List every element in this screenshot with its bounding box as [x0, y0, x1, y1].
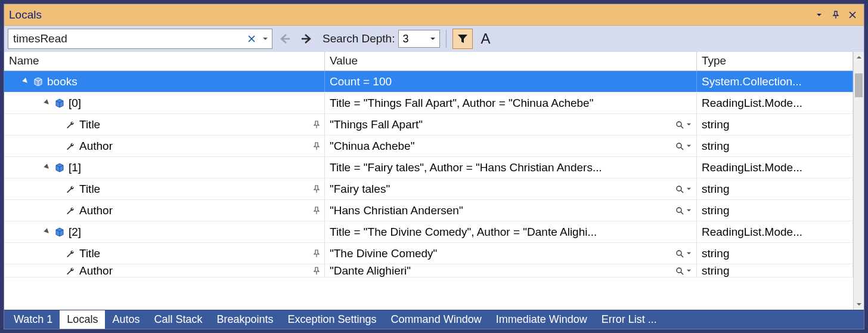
object-icon [54, 162, 65, 173]
letter-a-button[interactable]: A [476, 30, 494, 48]
visualizer-icon[interactable] [675, 267, 692, 275]
col-type[interactable]: Type [697, 52, 853, 70]
pin-icon[interactable] [312, 249, 324, 258]
svg-point-15 [677, 208, 681, 212]
tab-call-stack[interactable]: Call Stack [147, 310, 209, 329]
tab-watch-1[interactable]: Watch 1 [7, 310, 60, 329]
svg-point-21 [677, 268, 681, 273]
visualizer-icon[interactable] [675, 249, 692, 258]
svg-point-12 [677, 186, 681, 191]
svg-line-7 [681, 126, 683, 128]
grid-row[interactable]: Title"Fairy tales"string [4, 178, 853, 200]
property-icon [65, 266, 76, 276]
pin-icon[interactable] [312, 121, 324, 129]
clear-search-icon[interactable] [248, 35, 255, 42]
tab-exception-settings[interactable]: Exception Settings [281, 310, 384, 329]
expand-toggle-icon[interactable] [44, 164, 52, 172]
pin-icon[interactable] [312, 206, 324, 215]
vertical-scrollbar[interactable] [853, 52, 864, 310]
visualizer-icon[interactable] [675, 142, 692, 150]
visualizer-icon[interactable] [675, 185, 692, 193]
window-menu-icon[interactable] [813, 8, 826, 21]
row-name: Title [79, 183, 100, 196]
svg-point-18 [677, 251, 681, 255]
object-icon [54, 227, 65, 238]
grid-row[interactable]: Author"Dante Alighieri"string [4, 264, 853, 278]
property-icon [65, 141, 76, 152]
tab-locals[interactable]: Locals [60, 310, 105, 329]
visualizer-icon[interactable] [675, 121, 692, 129]
panel-title: Locals [9, 8, 42, 21]
svg-point-9 [677, 143, 681, 148]
tab-autos[interactable]: Autos [105, 310, 147, 329]
scroll-down-icon[interactable] [854, 299, 864, 310]
expand-toggle-icon[interactable] [44, 228, 52, 236]
panel-titlebar: Locals [4, 4, 864, 26]
grid-row[interactable]: Author"Hans Christian Andersen"string [4, 200, 853, 221]
expand-toggle-icon[interactable] [44, 99, 52, 107]
row-type: string [702, 204, 729, 217]
object-icon [54, 98, 65, 109]
grid-row[interactable]: [2]Title = "The Divine Comedy", Author =… [4, 221, 853, 243]
close-icon[interactable] [846, 8, 859, 21]
row-name: Title [79, 247, 100, 260]
row-type: ReadingList.Mode... [702, 226, 802, 239]
tab-command-window[interactable]: Command Window [384, 310, 489, 329]
col-name[interactable]: Name [4, 52, 325, 70]
visualizer-icon[interactable] [675, 206, 692, 215]
search-dropdown-icon[interactable] [262, 36, 268, 42]
col-value[interactable]: Value [325, 52, 697, 70]
row-name: [1] [69, 161, 81, 174]
row-type: string [702, 247, 729, 260]
filter-button[interactable] [452, 29, 473, 49]
search-depth-value: 3 [402, 33, 430, 45]
tab-immediate-window[interactable]: Immediate Window [489, 310, 594, 329]
scroll-thumb[interactable] [855, 73, 863, 97]
row-name: books [47, 75, 78, 88]
svg-line-19 [681, 255, 683, 257]
pin-icon[interactable] [312, 142, 324, 150]
scroll-up-icon[interactable] [854, 52, 864, 63]
grid-row[interactable]: [1]Title = "Fairy tales", Author = "Hans… [4, 157, 853, 178]
row-value: "Fairy tales" [330, 183, 675, 196]
row-value: "Things Fall Apart" [330, 118, 675, 131]
row-type: ReadingList.Mode... [702, 161, 802, 174]
row-name: Author [79, 140, 113, 153]
svg-line-10 [681, 147, 683, 150]
pin-icon[interactable] [312, 185, 324, 193]
grid-row[interactable]: Title"Things Fall Apart"string [4, 114, 853, 135]
search-depth-select[interactable]: 3 [398, 30, 440, 48]
property-icon [65, 119, 76, 130]
pin-icon[interactable] [312, 267, 324, 275]
bottom-tabs: Watch 1LocalsAutosCall StackBreakpointsE… [4, 310, 864, 329]
pin-window-icon[interactable] [829, 8, 842, 21]
search-box[interactable] [8, 29, 272, 49]
row-name: [0] [69, 97, 81, 110]
grid-row[interactable]: Title"The Divine Comedy"string [4, 243, 853, 264]
property-icon [65, 205, 76, 216]
svg-point-6 [677, 122, 681, 127]
grid-header: Name Value Type [4, 52, 853, 71]
grid-row[interactable]: booksCount = 100System.Collection... [4, 71, 853, 92]
row-value: "The Divine Comedy" [330, 247, 675, 260]
tab-error-list-[interactable]: Error List ... [594, 310, 664, 329]
row-name: Author [79, 264, 113, 277]
svg-line-13 [681, 190, 683, 193]
tab-breakpoints[interactable]: Breakpoints [209, 310, 280, 329]
row-type: System.Collection... [702, 75, 802, 88]
search-depth-label: Search Depth: [319, 32, 395, 45]
grid-row[interactable]: [0]Title = "Things Fall Apart", Author =… [4, 92, 853, 114]
row-value: Title = "The Divine Comedy", Author = "D… [330, 226, 692, 239]
expand-toggle-icon[interactable] [22, 78, 30, 86]
row-value: Title = "Things Fall Apart", Author = "C… [330, 97, 692, 110]
grid-row[interactable]: Author"Chinua Achebe"string [4, 135, 853, 157]
search-input[interactable] [8, 29, 272, 48]
locals-panel: Locals [4, 4, 864, 329]
nav-forward-icon[interactable] [297, 30, 315, 48]
toolbar-separator [446, 30, 447, 48]
nav-back-icon[interactable] [276, 30, 294, 48]
row-type: string [702, 264, 729, 277]
property-icon [65, 184, 76, 195]
toolbar: Search Depth: 3 A [4, 26, 864, 52]
row-type: string [702, 140, 729, 153]
